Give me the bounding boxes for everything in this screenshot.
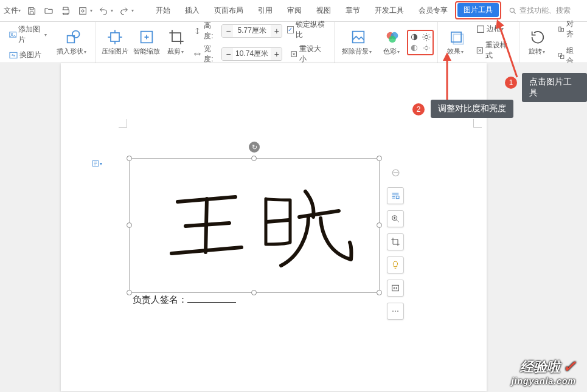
crop-button[interactable]: 裁剪 ▾	[162, 24, 191, 61]
resize-handle-br[interactable]	[377, 290, 382, 295]
reset-style-label: 重设样式	[485, 40, 510, 61]
annotation-callout-2: 调整对比度和亮度	[431, 100, 513, 118]
height-value[interactable]: 5.77厘米	[233, 26, 270, 36]
file-menu[interactable]: 文件	[4, 4, 18, 18]
more-button[interactable]	[387, 303, 404, 320]
tab-view[interactable]: 视图	[309, 0, 338, 22]
remove-bg-button[interactable]: 抠除背景 ▾	[338, 24, 378, 61]
reset-size-label: 重设大小	[299, 44, 325, 64]
width-stepper[interactable]: − 10.74厘米 +	[221, 47, 282, 61]
width-label: 宽度:	[204, 44, 219, 64]
save-icon[interactable]	[24, 4, 39, 18]
group-icon	[557, 51, 565, 61]
crop-float-button[interactable]	[387, 233, 404, 250]
height-minus[interactable]: −	[222, 24, 233, 38]
compress-picture-button[interactable]: 压缩图片	[99, 24, 131, 61]
svg-rect-11	[353, 32, 364, 43]
tab-references[interactable]: 引用	[251, 0, 280, 22]
contrast-down-icon[interactable]	[409, 43, 419, 53]
height-stepper[interactable]: − 5.77厘米 +	[221, 24, 282, 38]
height-plus[interactable]: +	[271, 24, 282, 38]
redo-icon[interactable]	[117, 4, 131, 18]
height-icon	[193, 27, 201, 35]
search-input[interactable]: 查找功能、搜索	[509, 5, 571, 16]
undo-icon[interactable]	[96, 4, 111, 18]
svg-point-16	[425, 35, 428, 38]
picture-icon	[9, 30, 17, 40]
annotation-badge-2: 2	[412, 103, 425, 115]
smart-zoom-icon	[138, 29, 155, 46]
svg-point-1	[82, 10, 84, 12]
tab-developer[interactable]: 开发工具	[367, 0, 411, 22]
svg-point-7	[72, 31, 80, 38]
file-menu-caret[interactable]: ▾	[18, 8, 21, 13]
swap-picture-button[interactable]: 换图片	[6, 49, 52, 61]
open-icon[interactable]	[41, 4, 56, 18]
svg-rect-28	[396, 196, 399, 199]
idea-button[interactable]	[387, 256, 404, 273]
signature-label: 负责人签名：	[133, 294, 236, 306]
svg-rect-24	[561, 28, 563, 31]
tab-chapter[interactable]: 章节	[338, 0, 367, 22]
brightness-down-icon[interactable]	[422, 43, 431, 53]
align-button[interactable]: 对齐	[555, 18, 581, 41]
resize-handle-tm[interactable]	[251, 156, 257, 161]
brightness-up-icon[interactable]	[422, 32, 431, 42]
shapes-icon	[64, 29, 82, 46]
swap-picture-label: 换图片	[19, 50, 41, 60]
group-image-source: 添加图片▾ 换图片 插入形状 ▾	[0, 22, 96, 63]
resize-handle-ml[interactable]	[127, 222, 132, 228]
link-button[interactable]	[387, 280, 404, 297]
contrast-brightness-group[interactable]	[407, 30, 434, 55]
svg-point-4	[11, 33, 12, 35]
svg-point-32	[395, 311, 396, 312]
rotate-button[interactable]: 旋转 ▾	[523, 24, 552, 61]
ribbon: 添加图片▾ 换图片 插入形状 ▾ 压缩图片 智能缩放 裁剪 ▾	[0, 22, 587, 63]
add-picture-button[interactable]: 添加图片▾	[6, 23, 52, 46]
tab-review[interactable]: 审阅	[280, 0, 309, 22]
tab-insert[interactable]: 插入	[178, 0, 207, 22]
print-icon[interactable]	[58, 4, 73, 18]
undo-caret[interactable]: ▾	[111, 8, 113, 13]
contrast-up-icon[interactable]	[409, 32, 419, 42]
preview-icon[interactable]	[75, 4, 90, 18]
collapse-button[interactable]: ⊖	[387, 164, 404, 181]
resize-handle-tl[interactable]	[127, 156, 132, 161]
svg-rect-25	[559, 53, 562, 56]
width-minus[interactable]: −	[222, 47, 233, 61]
tab-member[interactable]: 会员专享	[411, 0, 455, 22]
zoom-in-button[interactable]	[387, 210, 404, 227]
svg-point-18	[425, 46, 428, 49]
resize-handle-tr[interactable]	[377, 156, 382, 161]
lock-aspect-checkbox[interactable]: ✓ 锁定纵横比	[287, 19, 328, 40]
resize-handle-bl[interactable]	[127, 290, 132, 295]
rotate-handle[interactable]: ↻	[249, 142, 260, 153]
margin-mark-tr	[473, 119, 482, 128]
width-value[interactable]: 10.74厘米	[233, 49, 270, 59]
width-plus[interactable]: +	[271, 47, 282, 61]
preview-caret[interactable]: ▾	[90, 8, 92, 13]
width-row: 宽度: − 10.74厘米 +	[193, 44, 282, 64]
reset-size-button[interactable]: 重设大小	[287, 43, 328, 66]
smart-zoom-button[interactable]: 智能缩放	[131, 24, 162, 61]
redo-caret[interactable]: ▾	[131, 8, 134, 13]
border-button[interactable]: 边框▾	[473, 22, 513, 35]
paragraph-layout-icon[interactable]: ▾	[91, 159, 105, 168]
signature-image-content	[156, 174, 363, 278]
effect-button[interactable]: 效果 ▾	[442, 24, 471, 61]
group-arrange: 旋转 ▾ 对齐 组合	[519, 22, 587, 63]
check-icon: ✓	[287, 26, 294, 33]
color-button[interactable]: 色彩 ▾	[378, 24, 407, 61]
insert-shape-button[interactable]: 插入形状 ▾	[54, 24, 91, 61]
reset-style-button[interactable]: 重设样式	[473, 39, 513, 62]
resize-handle-bm[interactable]	[251, 290, 257, 295]
resize-handle-mr[interactable]	[377, 222, 382, 228]
effect-icon	[448, 29, 465, 46]
svg-rect-26	[561, 55, 564, 58]
svg-rect-0	[80, 7, 86, 14]
tab-layout[interactable]: 页面布局	[207, 0, 251, 22]
tab-picture-tools[interactable]: 图片工具	[455, 1, 501, 19]
tab-start[interactable]: 开始	[148, 0, 178, 22]
group-style: 效果 ▾ 边框▾ 重设样式	[438, 22, 519, 63]
layout-options-button[interactable]	[387, 187, 404, 204]
